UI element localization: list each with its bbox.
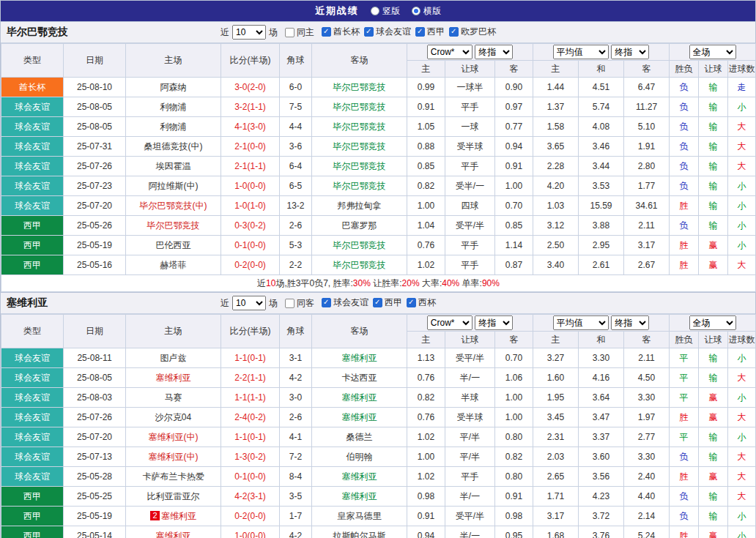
home-team[interactable]: 埃因霍温 <box>126 157 221 176</box>
radio-label-vertical: 竖版 <box>382 5 400 18</box>
league-checkbox[interactable] <box>449 27 459 37</box>
handicap-line: 受半球 <box>445 408 495 427</box>
league-checkbox[interactable] <box>407 298 416 307</box>
layout-option-horizontal[interactable]: 横版 <box>412 5 441 18</box>
radio-icon-vertical[interactable] <box>371 7 379 15</box>
league-checkbox[interactable] <box>322 298 331 307</box>
away-team[interactable]: 邦弗拉甸拿 <box>312 196 407 216</box>
score: 4-2(3-1) <box>221 487 280 507</box>
away-team[interactable]: 卡达西亚 <box>312 368 407 388</box>
home-team[interactable]: 图卢兹 <box>126 348 221 368</box>
final-odds-select-2[interactable]: 终指 <box>611 315 649 330</box>
away-team[interactable]: 塞维利亚 <box>312 348 407 368</box>
table-row: 球会友谊 25-08-05 塞维利亚 2-2(1-1) 4-2 卡达西亚 0.7… <box>1 368 756 388</box>
away-team[interactable]: 毕尔巴鄂竞技 <box>312 236 407 255</box>
radio-icon-horizontal[interactable] <box>412 7 420 15</box>
league-filter[interactable]: 西甲 <box>373 296 402 309</box>
home-team[interactable]: 沙尔克04 <box>126 408 221 427</box>
league-filter[interactable]: 西甲 <box>415 26 445 38</box>
away-team[interactable]: 皇家马德里 <box>312 507 407 526</box>
table-row: 球会友谊 25-07-26 埃因霍温 2-1(1-1) 6-4 毕尔巴鄂竞技 0… <box>1 157 756 176</box>
away-team[interactable]: 伯明翰 <box>312 447 407 467</box>
league-filter[interactable]: 球会友谊 <box>364 26 411 38</box>
avg-odds-draw: 3.56 <box>579 467 624 487</box>
final-odds-select-2[interactable]: 终指 <box>611 45 649 59</box>
away-team[interactable]: 毕尔巴鄂竞技 <box>312 117 407 137</box>
match-count-select[interactable]: 10 <box>232 296 266 310</box>
away-team[interactable]: 塞维利亚 <box>312 487 407 507</box>
home-team[interactable]: 塞维利亚(中) <box>126 447 221 467</box>
home-team[interactable]: 阿拉维斯(中) <box>126 176 221 196</box>
average-select[interactable]: 平均值 <box>553 315 609 330</box>
league-filter[interactable]: 酋长杯 <box>322 26 360 38</box>
col-header-date: 日期 <box>64 44 126 78</box>
same-venue-checkbox[interactable] <box>285 299 294 308</box>
home-team[interactable]: 马赛 <box>126 388 221 408</box>
home-team[interactable]: 塞维利亚 <box>126 526 221 538</box>
score: 1-0(0-0) <box>221 526 280 538</box>
score: 2-2(1-1) <box>221 368 280 388</box>
avg-odds-away: 1.97 <box>624 408 670 427</box>
home-team[interactable]: 毕尔巴鄂竞技(中) <box>126 196 221 216</box>
final-odds-select[interactable]: 终指 <box>475 45 513 59</box>
odds-home: 1.00 <box>407 196 445 216</box>
league-filter[interactable]: 西杯 <box>407 296 436 309</box>
layout-option-vertical[interactable]: 竖版 <box>371 5 400 18</box>
same-venue-filter[interactable]: 同主 <box>285 26 314 39</box>
away-team[interactable]: 塞维利亚 <box>312 408 407 427</box>
away-team[interactable]: 巴塞罗那 <box>312 216 407 236</box>
away-team[interactable]: 桑德兰 <box>312 427 407 447</box>
same-venue-checkbox[interactable] <box>285 28 294 37</box>
away-team[interactable]: 毕尔巴鄂竞技 <box>312 176 407 196</box>
final-odds-select[interactable]: 终指 <box>475 315 513 330</box>
full-match-select[interactable]: 全场 <box>689 315 736 330</box>
home-team[interactable]: 利物浦 <box>126 117 221 137</box>
league-checkbox[interactable] <box>322 27 331 37</box>
results-table: 类型 日期 主场 比分(半场) 角球 客场 Crow* 终指 平均值 终指 <box>1 43 756 292</box>
league-checkbox[interactable] <box>364 27 374 37</box>
away-team[interactable]: 毕尔巴鄂竞技 <box>312 157 407 176</box>
away-team[interactable]: 塞维利亚 <box>312 388 407 408</box>
home-team[interactable]: 利物浦 <box>126 97 221 117</box>
home-team[interactable]: 塞维利亚 <box>126 368 221 388</box>
league-filter[interactable]: 球会友谊 <box>322 296 368 309</box>
home-team[interactable]: 桑坦德竞技(中) <box>126 137 221 157</box>
handicap-odds-group: Crow* 终指 <box>407 315 533 332</box>
near-label: 近 <box>220 26 229 39</box>
handicap-line: 半/一 <box>445 487 495 507</box>
home-team[interactable]: 毕尔巴鄂竞技 <box>126 216 221 236</box>
league-filter[interactable]: 欧罗巴杯 <box>449 26 496 38</box>
odds-away: 0.97 <box>495 97 533 117</box>
odds-home: 0.85 <box>407 157 445 176</box>
away-team[interactable]: 毕尔巴鄂竞技 <box>312 255 407 275</box>
home-team[interactable]: 巴伦西亚 <box>126 236 221 255</box>
table-row: 球会友谊 25-07-20 塞维利亚(中) 1-1(0-1) 4-1 桑德兰 1… <box>1 427 756 447</box>
home-team[interactable]: 赫塔菲 <box>126 255 221 275</box>
avg-odds-home: 2.03 <box>533 447 579 467</box>
result-goals: 走 <box>728 78 756 97</box>
match-count-select[interactable]: 10 <box>232 25 266 40</box>
home-team[interactable]: 卡萨布兰卡热爱 <box>126 467 221 487</box>
odds-away: 0.85 <box>495 216 533 236</box>
home-team[interactable]: 阿森纳 <box>126 78 221 97</box>
result-goals: 小 <box>728 216 756 236</box>
bookmaker-select[interactable]: Crow* <box>427 45 472 59</box>
home-team[interactable]: 2塞维利亚 <box>126 507 221 526</box>
away-team[interactable]: 毕尔巴鄂竞技 <box>312 78 407 97</box>
handicap-line: 平手 <box>445 255 495 275</box>
away-team[interactable]: 拉斯帕尔马斯 <box>312 526 407 538</box>
bookmaker-select[interactable]: Crow* <box>427 315 472 330</box>
league-checkbox[interactable] <box>415 27 425 37</box>
away-team[interactable]: 毕尔巴鄂竞技 <box>312 137 407 157</box>
table-row: 西甲 25-05-16 赫塔菲 0-2(0-0) 2-2 毕尔巴鄂竞技 1.02… <box>1 255 756 275</box>
table-row: 球会友谊 25-08-11 图卢兹 1-1(0-1) 3-1 塞维利亚 1.13… <box>1 348 756 368</box>
result-goals: 小 <box>728 427 756 447</box>
average-select[interactable]: 平均值 <box>553 45 609 59</box>
full-match-select[interactable]: 全场 <box>689 45 736 59</box>
same-venue-filter[interactable]: 同客 <box>285 297 314 310</box>
away-team[interactable]: 毕尔巴鄂竞技 <box>312 97 407 117</box>
league-checkbox[interactable] <box>373 298 382 307</box>
away-team[interactable]: 塞维利亚 <box>312 467 407 487</box>
home-team[interactable]: 塞维利亚(中) <box>126 427 221 447</box>
home-team[interactable]: 比利亚雷亚尔 <box>126 487 221 507</box>
